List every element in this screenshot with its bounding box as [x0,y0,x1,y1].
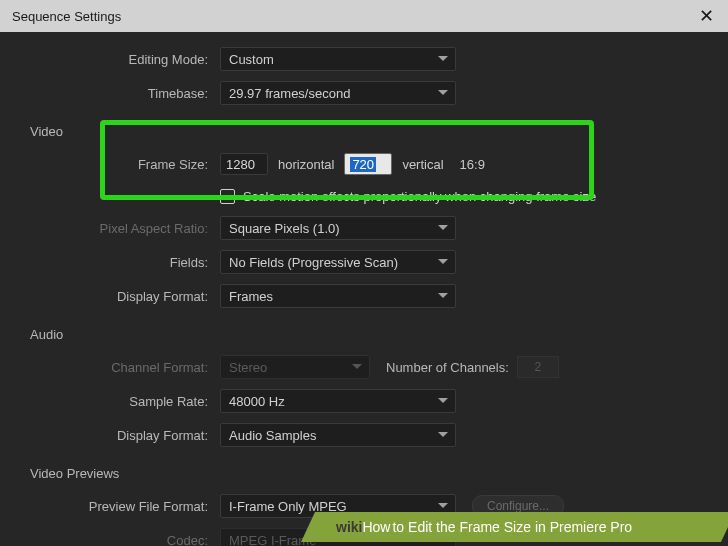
video-display-format-label: Display Format: [20,289,220,304]
chevron-down-icon [437,53,449,65]
sample-rate-label: Sample Rate: [20,394,220,409]
chevron-down-icon [437,395,449,407]
video-display-format-value: Frames [229,289,273,304]
fields-label: Fields: [20,255,220,270]
timebase-value: 29.97 frames/second [229,86,350,101]
titlebar: Sequence Settings ✕ [0,0,728,32]
num-channels-label: Number of Channels: [386,360,509,375]
chevron-down-icon [437,87,449,99]
fields-select[interactable]: No Fields (Progressive Scan) [220,250,456,274]
editing-mode-select[interactable]: Custom [220,47,456,71]
num-channels-value: 2 [517,356,559,378]
content-area: Editing Mode: Custom Timebase: 29.97 fra… [0,32,728,546]
audio-display-format-value: Audio Samples [229,428,316,443]
pixel-aspect-ratio-value: Square Pixels (1.0) [229,221,340,236]
pixel-aspect-ratio-label: Pixel Aspect Ratio: [20,221,220,236]
chevron-down-icon [437,222,449,234]
channel-format-value: Stereo [229,360,267,375]
video-section-heading: Video [20,110,708,147]
vertical-label: vertical [402,157,443,172]
chevron-down-icon [437,429,449,441]
chevron-down-icon [437,256,449,268]
channel-format-select: Stereo [220,355,370,379]
audio-display-format-label: Display Format: [20,428,220,443]
pixel-aspect-ratio-select[interactable]: Square Pixels (1.0) [220,216,456,240]
audio-section-heading: Audio [20,313,708,350]
scale-motion-label: Scale motion effects proportionally when… [243,189,596,204]
wikihow-logo: wikiHow [336,519,390,535]
editing-mode-label: Editing Mode: [20,52,220,67]
wikihow-banner: wikiHow to Edit the Frame Size in Premie… [308,512,728,542]
horizontal-label: horizontal [278,157,334,172]
banner-text: to Edit the Frame Size in Premiere Pro [392,519,632,535]
frame-size-label: Frame Size: [20,157,220,172]
frame-width-input[interactable]: 1280 [220,153,268,175]
channel-format-label: Channel Format: [20,360,220,375]
chevron-down-icon [351,361,363,373]
timebase-label: Timebase: [20,86,220,101]
window-title: Sequence Settings [12,9,121,24]
chevron-down-icon [437,500,449,512]
video-display-format-select[interactable]: Frames [220,284,456,308]
frame-height-input[interactable]: 720 [344,153,392,175]
scale-motion-checkbox[interactable] [220,189,235,204]
chevron-down-icon [437,290,449,302]
close-icon[interactable]: ✕ [694,5,718,27]
sample-rate-value: 48000 Hz [229,394,285,409]
sample-rate-select[interactable]: 48000 Hz [220,389,456,413]
codec-label: Codec: [20,533,220,547]
editing-mode-value: Custom [229,52,274,67]
audio-display-format-select[interactable]: Audio Samples [220,423,456,447]
preview-file-format-label: Preview File Format: [20,499,220,514]
fields-value: No Fields (Progressive Scan) [229,255,398,270]
aspect-ratio: 16:9 [460,157,485,172]
timebase-select[interactable]: 29.97 frames/second [220,81,456,105]
video-previews-section-heading: Video Previews [20,452,708,489]
